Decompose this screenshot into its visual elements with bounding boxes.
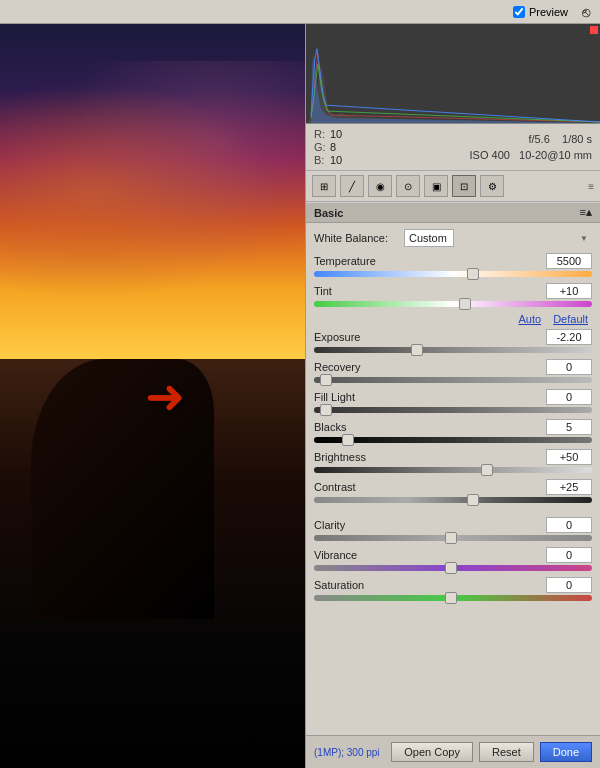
vibrance-label: Vibrance [314, 549, 357, 561]
blacks-track[interactable] [314, 437, 592, 443]
bottom-buttons: Open Copy Reset Done [391, 742, 592, 762]
clarity-label: Clarity [314, 519, 345, 531]
contrast-value[interactable] [546, 479, 592, 495]
rocks-layer [31, 359, 214, 619]
brightness-track[interactable] [314, 467, 592, 473]
svg-rect-0 [306, 24, 600, 123]
auto-default-row: Auto Default [314, 313, 592, 325]
preview-check[interactable] [513, 6, 525, 18]
blacks-label: Blacks [314, 421, 346, 433]
arrow-indicator: ➜ [145, 368, 185, 424]
wb-select[interactable]: Custom As Shot Auto Daylight Cloudy [404, 229, 454, 247]
r-label: R: [314, 128, 326, 140]
panel-collapse[interactable]: ≡▴ [580, 206, 592, 219]
exposure-value[interactable] [546, 329, 592, 345]
recovery-thumb[interactable] [320, 374, 332, 386]
recovery-track[interactable] [314, 377, 592, 383]
vibrance-track[interactable] [314, 565, 592, 571]
blacks-thumb[interactable] [342, 434, 354, 446]
tool-local[interactable]: ▣ [424, 175, 448, 197]
tool-straighten[interactable]: ╱ [340, 175, 364, 197]
contrast-thumb[interactable] [467, 494, 479, 506]
saturation-value[interactable] [546, 577, 592, 593]
contrast-track[interactable] [314, 497, 592, 503]
tool-basic[interactable]: ⊡ [452, 175, 476, 197]
temperature-row: Temperature [314, 253, 592, 277]
shutter: 1/80 s [562, 133, 592, 145]
saturation-row: Saturation [314, 577, 592, 601]
image-panel: ➜ [0, 24, 305, 768]
temperature-thumb[interactable] [467, 268, 479, 280]
brightness-thumb[interactable] [481, 464, 493, 476]
temperature-value[interactable] [546, 253, 592, 269]
open-copy-button[interactable]: Open Copy [391, 742, 473, 762]
cloud-layer [0, 61, 305, 321]
tint-label: Tint [314, 285, 332, 297]
tool-crop[interactable]: ⊞ [312, 175, 336, 197]
exposure-track[interactable] [314, 347, 592, 353]
tint-thumb[interactable] [459, 298, 471, 310]
temperature-track[interactable] [314, 271, 592, 277]
clarity-row: Clarity [314, 517, 592, 541]
reset-button[interactable]: Reset [479, 742, 534, 762]
camera-info: f/5.6 1/80 s ISO 400 10-20@10 mm [470, 131, 592, 164]
b-label: B: [314, 154, 326, 166]
auto-button[interactable]: Auto [519, 313, 542, 325]
vibrance-row: Vibrance [314, 547, 592, 571]
rgb-readout: R: 10 G: 8 B: 10 [314, 128, 342, 166]
tint-track[interactable] [314, 301, 592, 307]
tool-bar: ⊞ ╱ ◉ ⊙ ▣ ⊡ ⚙ ≡ [306, 171, 600, 202]
panel-menu-icon: ≡ [588, 181, 594, 192]
clarity-track[interactable] [314, 535, 592, 541]
done-button[interactable]: Done [540, 742, 592, 762]
clarity-value[interactable] [546, 517, 592, 533]
saturation-thumb[interactable] [445, 592, 457, 604]
exposure-thumb[interactable] [411, 344, 423, 356]
right-panel: R: 10 G: 8 B: 10 f/5.6 [305, 24, 600, 768]
fill-thumb[interactable] [320, 404, 332, 416]
vibrance-value[interactable] [546, 547, 592, 563]
panel-menu[interactable]: ≡ [588, 181, 594, 192]
recovery-label: Recovery [314, 361, 360, 373]
focal: 10-20@10 mm [519, 149, 592, 161]
wb-select-wrap[interactable]: Custom As Shot Auto Daylight Cloudy [404, 229, 592, 247]
wb-label: White Balance: [314, 232, 404, 244]
clarity-thumb[interactable] [445, 532, 457, 544]
top-bar: Preview ⎋ [0, 0, 600, 24]
blacks-value[interactable] [546, 419, 592, 435]
g-value: 8 [330, 141, 336, 153]
panel-header: Basic ≡▴ [306, 202, 600, 223]
white-balance-row: White Balance: Custom As Shot Auto Dayli… [314, 229, 592, 247]
brightness-label: Brightness [314, 451, 366, 463]
tool-redeye[interactable]: ◉ [368, 175, 392, 197]
brightness-row: Brightness [314, 449, 592, 473]
vibrance-thumb[interactable] [445, 562, 457, 574]
r-value: 10 [330, 128, 342, 140]
saturation-label: Saturation [314, 579, 364, 591]
temperature-label: Temperature [314, 255, 376, 267]
info-bar: R: 10 G: 8 B: 10 f/5.6 [306, 124, 600, 171]
brightness-value[interactable] [546, 449, 592, 465]
default-button[interactable]: Default [553, 313, 588, 325]
exposure-row: Exposure [314, 329, 592, 353]
aperture: f/5.6 [528, 133, 549, 145]
b-value: 10 [330, 154, 342, 166]
tool-settings[interactable]: ⚙ [480, 175, 504, 197]
tint-value[interactable] [546, 283, 592, 299]
preview-checkbox[interactable]: Preview [513, 6, 568, 18]
export-icon[interactable]: ⎋ [576, 2, 596, 22]
tint-row: Tint [314, 283, 592, 307]
fill-track[interactable] [314, 407, 592, 413]
panel-section: Basic ≡▴ White Balance: Custom As Shot A… [306, 202, 600, 735]
fill-value[interactable] [546, 389, 592, 405]
bottom-bar: (1MP); 300 ppi Open Copy Reset Done [306, 735, 600, 768]
contrast-label: Contrast [314, 481, 356, 493]
preview-label: Preview [529, 6, 568, 18]
saturation-track[interactable] [314, 595, 592, 601]
recovery-value[interactable] [546, 359, 592, 375]
blacks-row: Blacks [314, 419, 592, 443]
tool-spot[interactable]: ⊙ [396, 175, 420, 197]
exposure-label: Exposure [314, 331, 360, 343]
fill-light-row: Fill Light [314, 389, 592, 413]
panel-content: White Balance: Custom As Shot Auto Dayli… [306, 223, 600, 613]
